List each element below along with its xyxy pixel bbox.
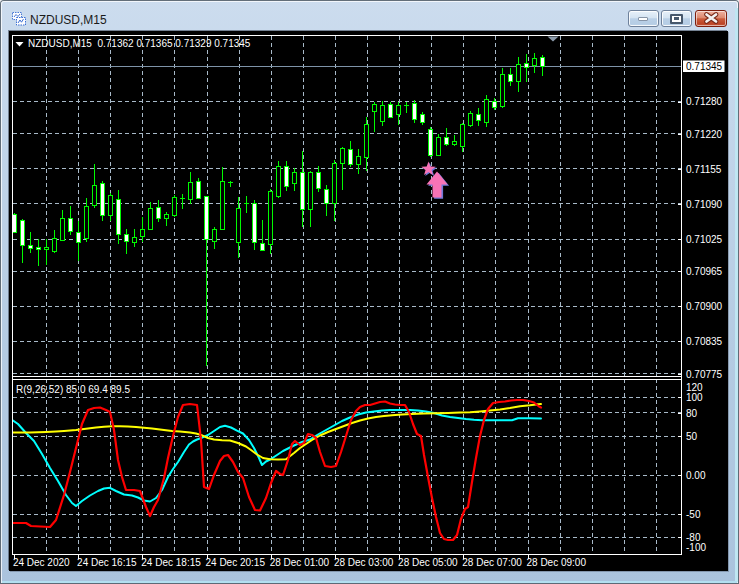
svg-text:0.71155: 0.71155: [686, 164, 722, 175]
svg-text:-50: -50: [686, 509, 701, 520]
svg-text:50: 50: [686, 431, 698, 442]
svg-text:0.71280: 0.71280: [686, 96, 723, 107]
svg-text:24 Dec 2020: 24 Dec 2020: [13, 557, 70, 568]
svg-text:24 Dec 20:15: 24 Dec 20:15: [206, 557, 266, 568]
svg-text:100: 100: [686, 392, 703, 403]
svg-text:0.70900: 0.70900: [686, 301, 723, 312]
svg-text:28 Dec 03:00: 28 Dec 03:00: [334, 557, 394, 568]
svg-text:28 Dec 05:00: 28 Dec 05:00: [398, 557, 458, 568]
svg-text:24 Dec 18:15: 24 Dec 18:15: [141, 557, 201, 568]
svg-text:0.70965: 0.70965: [686, 266, 723, 277]
svg-text:0.71345: 0.71345: [686, 61, 723, 72]
svg-text:-100: -100: [686, 542, 706, 553]
svg-text:NZDUSD,M15 0.71362 0.71365 0.: NZDUSD,M15 0.71362 0.71365 0.71329 0.713…: [28, 38, 251, 49]
svg-text:R(9,26,52) 85.0 69.4 89.5: R(9,26,52) 85.0 69.4 89.5: [16, 384, 130, 395]
svg-text:0.00: 0.00: [686, 470, 706, 481]
svg-text:28 Dec 07:00: 28 Dec 07:00: [462, 557, 522, 568]
svg-text:28 Dec 01:00: 28 Dec 01:00: [270, 557, 330, 568]
svg-text:80: 80: [686, 408, 698, 419]
svg-text:0.71090: 0.71090: [686, 199, 723, 210]
svg-text:24 Dec 16:15: 24 Dec 16:15: [77, 557, 137, 568]
svg-text:0.70775: 0.70775: [686, 369, 723, 380]
svg-text:0.70835: 0.70835: [686, 336, 723, 347]
svg-text:0.71220: 0.71220: [686, 129, 723, 140]
svg-text:28 Dec 09:00: 28 Dec 09:00: [527, 557, 587, 568]
svg-text:0.71025: 0.71025: [686, 234, 723, 245]
